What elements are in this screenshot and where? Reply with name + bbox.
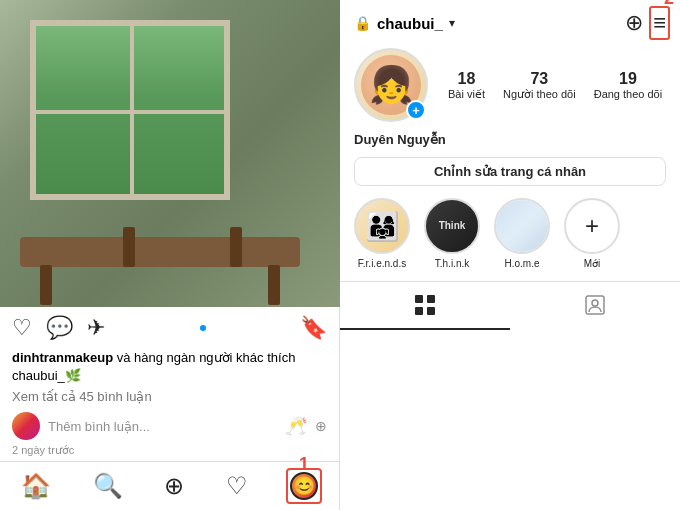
bench-leg-3	[230, 227, 242, 267]
post-actions-bar: ♡ 💬 ✈ 🔖	[0, 307, 339, 349]
nav-search-icon[interactable]: 🔍	[93, 472, 123, 500]
lock-icon: 🔒	[354, 15, 371, 31]
content-tabs	[340, 281, 680, 330]
stat-following[interactable]: 19 Đang theo dõi	[594, 70, 663, 101]
highlight-home-label: H.o.m.e	[504, 258, 539, 269]
profile-header-left: 🔒 chaubui_ ▾	[354, 15, 455, 32]
nav-add-icon[interactable]: ⊕	[164, 472, 184, 500]
highlight-add-new[interactable]: + Mới	[564, 198, 620, 269]
comment-section: Thêm bình luận... 🥂 ⊕	[0, 408, 339, 444]
commenter-avatar	[12, 412, 40, 440]
stat-followers-label: Người theo dõi	[503, 88, 576, 101]
highlight-think[interactable]: Think T.h.i.n.k	[424, 198, 480, 269]
svg-point-5	[592, 300, 598, 306]
hamburger-menu-icon[interactable]: ≡	[653, 10, 666, 35]
tab-grid[interactable]	[340, 282, 510, 330]
post-image	[0, 0, 340, 307]
left-panel: ♡ 💬 ✈ 🔖 dinhtranmakeup và hàng ngàn ngườ…	[0, 0, 340, 510]
highlight-add-circle: +	[564, 198, 620, 254]
svg-rect-0	[415, 295, 423, 303]
edit-profile-button[interactable]: Chỉnh sửa trang cá nhân	[354, 157, 666, 186]
stat-followers[interactable]: 73 Người theo dõi	[503, 70, 576, 101]
profile-avatar-wrap: 👧 +	[354, 48, 428, 122]
svg-rect-1	[427, 295, 435, 303]
emoji-icon-2[interactable]: ⊕	[315, 418, 327, 434]
stat-posts: 18 Bài viết	[448, 70, 485, 101]
comment-emoji-area: 🥂 ⊕	[285, 415, 327, 437]
avatar-add-button[interactable]: +	[406, 100, 426, 120]
share-icon[interactable]: ✈	[87, 315, 105, 341]
highlight-think-text: Think	[437, 218, 468, 234]
highlight-friends-label: F.r.i.e.n.d.s	[358, 258, 406, 269]
profile-info: 👧 + 18 Bài viết 73 Người theo dõi 19 Đan…	[340, 42, 680, 132]
stat-posts-label: Bài viết	[448, 88, 485, 101]
tab-tagged[interactable]	[510, 282, 680, 330]
window-decoration	[30, 20, 230, 200]
post-image-bg	[0, 0, 340, 307]
comment-icon[interactable]: 💬	[46, 315, 73, 341]
comments-link[interactable]: Xem tất cả 45 bình luận	[0, 389, 339, 404]
stat-following-label: Đang theo dõi	[594, 88, 663, 100]
profile-header: 🔒 chaubui_ ▾ ⊕ 2 ≡	[340, 0, 680, 42]
post-time: 2 ngày trước	[0, 444, 339, 461]
nav-profile-box: 😊 1	[290, 472, 318, 500]
nav-home-icon[interactable]: 🏠	[21, 472, 51, 500]
carousel-dot	[200, 325, 206, 331]
profile-display-name: Duyên Nguyễn	[340, 132, 680, 157]
post-username[interactable]: dinhtranmakeup	[12, 350, 113, 365]
bottom-nav: 🏠 🔍 ⊕ ♡ 😊 1	[0, 461, 339, 510]
highlight-think-label: T.h.i.n.k	[435, 258, 469, 269]
comment-input[interactable]: Thêm bình luận...	[48, 419, 277, 434]
right-panel: 🔒 chaubui_ ▾ ⊕ 2 ≡ 👧 + 18 Bài viết	[340, 0, 680, 510]
number-badge-1: 1	[299, 454, 309, 475]
nav-heart-icon[interactable]: ♡	[226, 472, 248, 500]
header-actions: ⊕ 2 ≡	[625, 10, 666, 36]
post-actions-left: ♡ 💬 ✈	[12, 315, 105, 341]
emoji-icon-1[interactable]: 🥂	[285, 415, 307, 437]
highlight-home[interactable]: H.o.m.e	[494, 198, 550, 269]
svg-rect-3	[427, 307, 435, 315]
highlight-friends-icon: 👨‍👩‍👧	[365, 210, 400, 243]
stat-following-number: 19	[594, 70, 663, 88]
bookmark-icon[interactable]: 🔖	[300, 315, 327, 341]
post-caption: dinhtranmakeup và hàng ngàn người khác t…	[0, 349, 339, 389]
highlight-friends-circle: 👨‍👩‍👧	[354, 198, 410, 254]
highlight-friends[interactable]: 👨‍👩‍👧 F.r.i.e.n.d.s	[354, 198, 410, 269]
highlight-home-circle	[494, 198, 550, 254]
tag-person-icon	[584, 294, 606, 316]
highlight-home-image	[496, 200, 548, 252]
grid-icon	[414, 294, 436, 316]
profile-username: chaubui_	[377, 15, 443, 32]
new-post-button[interactable]: ⊕	[625, 10, 643, 36]
number-badge-2: 2	[664, 0, 674, 9]
highlight-think-circle: Think	[424, 198, 480, 254]
menu-btn-wrap: 2 ≡	[653, 10, 666, 36]
bench-leg-2	[123, 227, 135, 267]
stat-posts-number: 18	[448, 70, 485, 88]
highlights-row: 👨‍👩‍👧 F.r.i.e.n.d.s Think T.h.i.n.k H.o.…	[340, 198, 680, 281]
profile-stats: 18 Bài viết 73 Người theo dõi 19 Đang th…	[448, 70, 662, 101]
stat-followers-number: 73	[503, 70, 576, 88]
bench-decoration	[20, 237, 300, 267]
highlight-add-label: Mới	[584, 258, 601, 269]
chevron-down-icon[interactable]: ▾	[449, 16, 455, 30]
svg-rect-2	[415, 307, 423, 315]
like-icon[interactable]: ♡	[12, 315, 32, 341]
nav-profile-avatar[interactable]: 😊	[290, 472, 318, 500]
